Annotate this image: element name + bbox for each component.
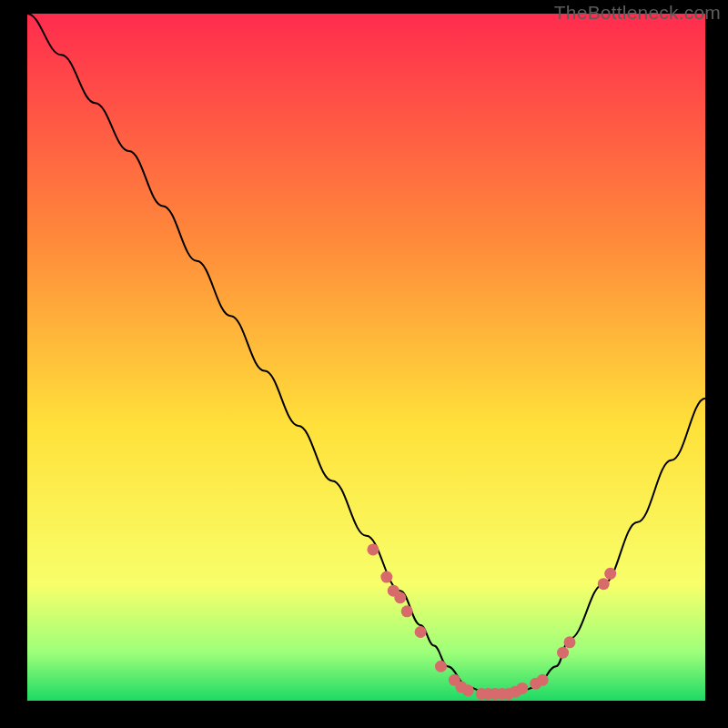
highlight-dot: [557, 647, 569, 659]
plot-area: [27, 14, 705, 701]
highlight-dot: [516, 682, 528, 694]
highlight-dot: [564, 636, 576, 648]
highlight-dot: [415, 626, 427, 638]
highlight-dot: [367, 543, 379, 555]
highlight-dot: [394, 592, 406, 603]
highlight-dot: [435, 661, 447, 672]
highlight-dot: [537, 674, 549, 686]
highlight-dot: [380, 571, 392, 583]
highlight-dot: [598, 578, 610, 590]
highlight-dot: [401, 605, 413, 617]
highlight-dot: [462, 684, 474, 696]
highlight-dot: [604, 568, 616, 580]
watermark-text: TheBottleneck.com: [554, 2, 721, 24]
highlight-dots: [27, 14, 705, 701]
